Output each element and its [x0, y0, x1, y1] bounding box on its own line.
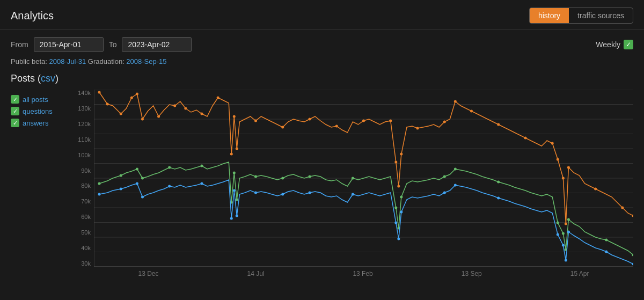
svg-point-83: [236, 215, 238, 217]
svg-point-28: [281, 126, 284, 129]
svg-point-91: [443, 192, 446, 194]
svg-point-94: [557, 233, 559, 236]
svg-point-26: [236, 148, 238, 150]
svg-point-63: [394, 207, 397, 209]
y-label-40k: 40k: [81, 245, 91, 251]
svg-point-42: [551, 142, 554, 145]
svg-point-20: [173, 105, 176, 107]
legend-label-all-posts[interactable]: all posts: [23, 96, 48, 104]
svg-point-19: [157, 115, 160, 118]
weekly-check-icon: ✓: [624, 40, 633, 49]
chart-svg: [94, 90, 633, 267]
y-label-30k: 30k: [81, 260, 91, 267]
csv-link[interactable]: csv: [41, 73, 55, 84]
to-label: To: [109, 40, 117, 49]
legend-item-questions[interactable]: ✓ questions: [11, 107, 64, 115]
svg-point-80: [200, 182, 203, 185]
chart-legend: ✓ all posts ✓ questions ✓ answers: [11, 90, 64, 283]
svg-point-24: [230, 153, 233, 156]
graduation-date[interactable]: 2008-Sep-15: [126, 57, 166, 65]
to-date-input[interactable]: [122, 37, 192, 52]
svg-point-29: [308, 118, 311, 121]
tab-group: history traffic sources: [529, 8, 633, 24]
svg-point-92: [454, 184, 457, 187]
chart-container: 140k 130k 120k 110k 100k 90k 80k 70k 60k…: [70, 90, 633, 283]
green-line: [99, 162, 633, 255]
svg-point-50: [98, 182, 101, 185]
x-label-13sep: 13 Sep: [462, 270, 482, 277]
tab-traffic-sources[interactable]: traffic sources: [569, 8, 633, 23]
svg-point-77: [136, 182, 138, 185]
svg-point-34: [397, 185, 400, 188]
svg-point-76: [120, 188, 122, 191]
svg-point-84: [254, 192, 257, 194]
legend-label-answers[interactable]: answers: [23, 119, 48, 127]
chart-svg-container: [94, 90, 633, 267]
legend-item-all-posts[interactable]: ✓ all posts: [11, 95, 64, 104]
orange-line: [99, 92, 633, 224]
tab-history[interactable]: history: [530, 8, 569, 23]
svg-point-61: [308, 175, 311, 178]
svg-point-52: [136, 168, 138, 171]
from-date-input[interactable]: [34, 37, 104, 52]
x-label-13feb: 13 Feb: [353, 270, 372, 277]
public-beta-date[interactable]: 2008-Jul-31: [49, 57, 86, 65]
svg-point-67: [454, 168, 457, 171]
svg-point-58: [236, 199, 238, 201]
svg-point-33: [394, 161, 397, 164]
y-label-100k: 100k: [78, 152, 91, 158]
svg-point-89: [397, 238, 400, 240]
svg-point-18: [141, 118, 144, 121]
svg-point-40: [497, 123, 500, 126]
svg-point-78: [141, 196, 144, 199]
svg-point-37: [443, 121, 446, 123]
legend-check-all-posts: ✓: [11, 95, 19, 104]
legend-item-answers[interactable]: ✓ answers: [11, 119, 64, 127]
y-label-50k: 50k: [81, 229, 91, 236]
blue-line: [99, 180, 633, 264]
svg-point-82: [233, 189, 236, 192]
svg-point-31: [362, 120, 365, 122]
svg-point-21: [184, 107, 187, 110]
posts-label-end: ): [55, 73, 58, 84]
posts-section-title: Posts (csv): [0, 70, 644, 90]
svg-point-13: [98, 91, 101, 94]
svg-point-59: [254, 175, 257, 178]
chart-area: ✓ all posts ✓ questions ✓ answers 140k 1…: [0, 90, 644, 283]
svg-point-97: [567, 231, 570, 233]
legend-check-answers: ✓: [11, 119, 19, 127]
y-label-110k: 110k: [78, 136, 91, 143]
svg-point-53: [141, 177, 144, 180]
legend-label-questions[interactable]: questions: [23, 107, 53, 115]
y-axis: 140k 130k 120k 110k 100k 90k 80k 70k 60k…: [70, 90, 94, 267]
svg-point-38: [454, 100, 457, 103]
info-bar: Public beta: 2008-Jul-31 Graduation: 200…: [0, 55, 644, 70]
x-axis: 13 Dec 14 Jul 13 Feb 13 Sep 15 Apr: [94, 268, 633, 283]
from-label: From: [11, 40, 28, 49]
svg-point-41: [524, 137, 526, 140]
svg-point-93: [497, 197, 500, 200]
svg-point-32: [389, 120, 392, 122]
orange-dots: [98, 91, 633, 225]
svg-point-44: [562, 177, 565, 180]
svg-point-16: [130, 97, 133, 99]
svg-point-14: [106, 103, 109, 106]
svg-point-47: [594, 188, 597, 191]
svg-point-68: [497, 181, 500, 184]
svg-point-55: [200, 165, 203, 167]
svg-point-51: [120, 174, 122, 177]
svg-point-62: [352, 177, 354, 180]
svg-point-69: [557, 222, 559, 224]
date-controls: From To Weekly ✓: [0, 30, 644, 55]
svg-point-22: [200, 113, 203, 115]
svg-point-87: [352, 193, 354, 196]
svg-point-95: [562, 244, 565, 247]
svg-point-25: [233, 115, 236, 118]
weekly-toggle[interactable]: Weekly ✓: [596, 40, 633, 49]
x-label-13dec: 13 Dec: [138, 270, 158, 277]
svg-point-90: [400, 211, 402, 214]
x-label-15apr: 15 Apr: [570, 270, 589, 277]
y-label-90k: 90k: [81, 167, 91, 174]
svg-point-30: [335, 125, 338, 128]
svg-point-96: [565, 259, 567, 262]
